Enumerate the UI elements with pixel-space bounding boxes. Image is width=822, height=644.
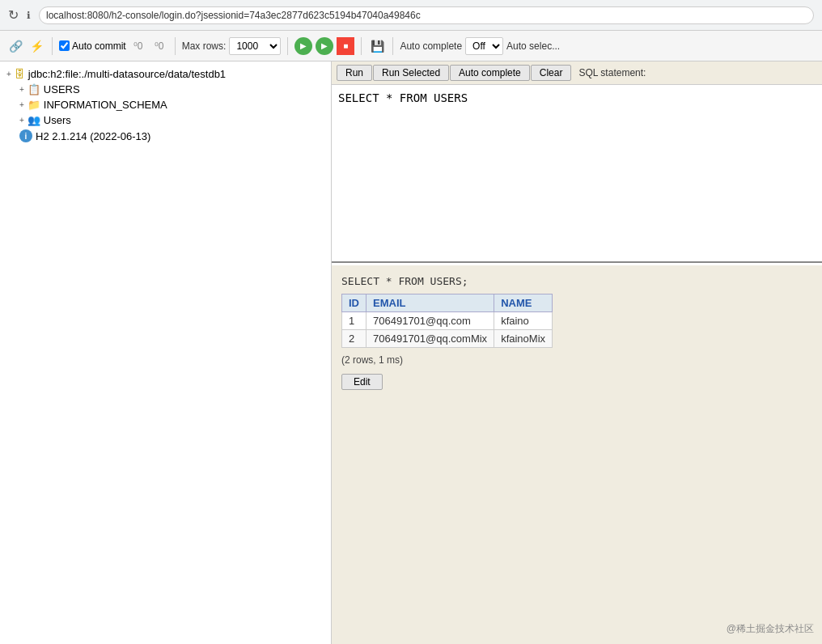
auto-complete-select[interactable]: Off On (465, 37, 503, 55)
table-icon: 📋 (28, 83, 40, 95)
table-row: 1706491701@qq.comkfaino (342, 312, 553, 330)
stop-button[interactable]: ■ (337, 37, 354, 55)
db-icon: 🗄 (15, 68, 25, 80)
secure-icon: ℹ (27, 10, 31, 21)
sidebar-users-table-label: USERS (44, 83, 80, 95)
info-icon: i (19, 129, 32, 142)
disconnect-icon[interactable]: ⚡ (28, 37, 45, 55)
auto-commit-checkbox[interactable]: Auto commit (59, 40, 126, 52)
auto-complete-label: Auto complete (400, 40, 462, 52)
table-cell: 706491701@qq.com (367, 312, 494, 330)
sql-textarea[interactable] (332, 85, 822, 263)
sidebar-item-users-obj[interactable]: + 👥 Users (3, 112, 328, 128)
run-all-button[interactable]: ▶ (316, 37, 333, 55)
save-icon[interactable]: 💾 (368, 37, 386, 55)
users-icon: 👥 (28, 114, 40, 126)
sidebar-item-db[interactable]: + 🗄 jdbc:h2:file:./multi-datasource/data… (3, 66, 328, 82)
sidebar-item-users-table[interactable]: + 📋 USERS (3, 82, 328, 97)
sidebar-db-label: jdbc:h2:file:./multi-datasource/data/tes… (28, 68, 226, 80)
table-cell: 706491701@qq.comMix (367, 330, 494, 348)
results-table: ID EMAIL NAME 1706491701@qq.comkfaino270… (341, 294, 553, 348)
sidebar-schema-label: INFORMATION_SCHEMA (44, 99, 167, 111)
separator-3 (287, 37, 288, 55)
folder-icon: 📁 (28, 99, 40, 111)
sql-editor-container (332, 85, 822, 265)
results-meta: (2 rows, 1 ms) (341, 354, 812, 366)
separator-4 (361, 37, 362, 55)
toolbar: 🔗 ⚡ Auto commit ⁰0 ⁰0 Max rows: 1000 100… (0, 31, 822, 61)
results-query: SELECT * FROM USERS; (341, 275, 812, 287)
expand-icon-db: + (6, 70, 11, 78)
connect-icon[interactable]: 🔗 (6, 37, 24, 55)
results-area: SELECT * FROM USERS; ID EMAIL NAME 17064… (332, 265, 822, 644)
refresh-icon[interactable]: ↻ (8, 7, 19, 23)
auto-commit-check[interactable] (59, 40, 70, 51)
expand-icon-users-obj: + (19, 116, 24, 125)
address-bar[interactable]: localhost:8080/h2-console/login.do?jsess… (39, 6, 814, 24)
sql-toolbar: Run Run Selected Auto complete Clear SQL… (332, 61, 822, 85)
col-header-name: NAME (494, 294, 553, 312)
table-cell: kfaino (494, 312, 553, 330)
expand-icon-users: + (19, 85, 24, 94)
edit-button[interactable]: Edit (341, 374, 383, 390)
sidebar-item-info-schema[interactable]: + 📁 INFORMATION_SCHEMA (3, 97, 328, 112)
right-panel: Run Run Selected Auto complete Clear SQL… (332, 61, 822, 644)
separator-1 (52, 37, 53, 55)
max-rows-select[interactable]: 1000 100 500 10000 (229, 37, 281, 55)
table-cell: 1 (342, 312, 367, 330)
icon-a1[interactable]: ⁰0 (129, 37, 147, 55)
icon-a2[interactable]: ⁰0 (150, 37, 168, 55)
sidebar-version-label: H2 2.1.214 (2022-06-13) (36, 130, 150, 142)
table-row: 2706491701@qq.comMixkfainoMix (342, 330, 553, 348)
sidebar: + 🗄 jdbc:h2:file:./multi-datasource/data… (0, 61, 332, 644)
expand-icon-schema: + (19, 100, 24, 109)
browser-bar: ↻ ℹ localhost:8080/h2-console/login.do?j… (0, 0, 822, 31)
auto-select-label: Auto selec... (506, 40, 560, 52)
table-cell: 2 (342, 330, 367, 348)
sidebar-users-label: Users (44, 114, 71, 126)
separator-2 (175, 37, 176, 55)
clear-button[interactable]: Clear (531, 65, 572, 81)
col-header-email: EMAIL (367, 294, 494, 312)
max-rows-label: Max rows: (182, 40, 227, 52)
auto-complete-button[interactable]: Auto complete (450, 65, 530, 81)
main-layout: + 🗄 jdbc:h2:file:./multi-datasource/data… (0, 61, 822, 644)
run-button[interactable]: ▶ (294, 37, 312, 55)
sql-statement-label: SQL statement: (578, 67, 646, 78)
table-cell: kfainoMix (494, 330, 553, 348)
sidebar-item-version: i H2 2.1.214 (2022-06-13) (3, 128, 328, 144)
run-selected-button[interactable]: Run Selected (373, 65, 449, 81)
separator-5 (392, 37, 393, 55)
auto-commit-label: Auto commit (72, 40, 126, 52)
run-sql-button[interactable]: Run (337, 65, 372, 81)
col-header-id: ID (342, 294, 367, 312)
